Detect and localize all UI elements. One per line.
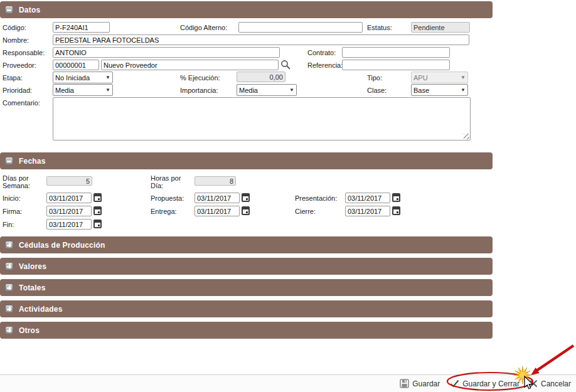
horas-dia-label: Horas por Día: — [151, 174, 188, 189]
firma-label: Firma: — [3, 208, 22, 215]
collapse-minus-icon[interactable] — [5, 157, 13, 165]
prioridad-label: Prioridad: — [3, 87, 32, 94]
expand-plus-icon[interactable] — [5, 262, 13, 270]
section-title-valores: Valores — [19, 262, 46, 271]
expand-plus-icon[interactable] — [5, 305, 13, 313]
codigo-label: Código: — [3, 24, 26, 31]
ejecucion-input — [237, 72, 285, 82]
entrega-date-input[interactable] — [195, 206, 240, 216]
etapa-label: Etapa: — [3, 74, 23, 82]
expand-plus-icon[interactable] — [5, 326, 13, 334]
referencia-label: Referencia: — [307, 61, 343, 69]
codigo-alterno-label: Código Alterno: — [180, 24, 227, 31]
clase-label: Clase: — [367, 87, 387, 94]
cierre-date-input[interactable] — [345, 206, 390, 216]
dias-semana-input — [46, 176, 92, 186]
fin-date-input[interactable] — [46, 219, 92, 230]
cierre-label: Cierre: — [295, 208, 316, 215]
comentario-textarea[interactable] — [53, 97, 471, 140]
calendar-icon[interactable] — [93, 206, 102, 215]
cancelar-button[interactable]: Cancelar — [530, 379, 571, 388]
importancia-select[interactable]: Media — [237, 84, 297, 96]
section-header-actividades[interactable]: Actividades — [0, 300, 493, 317]
dias-semana-label: Días por Semana: — [3, 174, 41, 189]
entrega-label: Entrega: — [151, 208, 177, 215]
comentario-label: Comentario: — [3, 99, 40, 107]
guardar-button[interactable]: Guardar — [400, 379, 440, 388]
guardar-y-cerrar-button[interactable]: Guardar y Cerrar — [450, 379, 520, 388]
referencia-input[interactable] — [342, 60, 450, 70]
section-header-otros[interactable]: Otros — [0, 322, 493, 339]
search-icon[interactable] — [280, 60, 291, 70]
proveedor-name-input[interactable] — [101, 60, 279, 70]
importancia-label: Importancia: — [180, 87, 218, 94]
nombre-input[interactable] — [53, 34, 469, 45]
annotation-arrow-shaft — [536, 346, 573, 371]
collapse-minus-icon[interactable] — [5, 6, 13, 14]
footer-toolbar: Guardar Guardar y Cerrar Cancelar — [0, 374, 576, 392]
section-title-cedulas: Cédulas de Producción — [19, 241, 105, 250]
responsable-input[interactable] — [53, 47, 280, 58]
calendar-icon[interactable] — [392, 193, 400, 202]
expand-plus-icon[interactable] — [5, 241, 13, 249]
calendar-icon[interactable] — [93, 220, 102, 228]
section-title-otros: Otros — [19, 326, 40, 335]
calendar-icon[interactable] — [93, 193, 102, 202]
contrato-input[interactable] — [342, 47, 450, 58]
calendar-icon[interactable] — [242, 206, 250, 215]
inicio-label: Inicio: — [3, 194, 21, 202]
codigo-input[interactable] — [53, 22, 110, 33]
section-title-fechas: Fechas — [19, 157, 46, 166]
propuesta-label: Propuesta: — [151, 194, 184, 202]
check-icon — [450, 379, 459, 388]
nombre-label: Nombre: — [3, 36, 29, 44]
cancel-x-icon — [530, 379, 538, 388]
inicio-date-input[interactable] — [46, 193, 92, 203]
section-header-datos[interactable]: Datos — [0, 1, 493, 18]
propuesta-date-input[interactable] — [195, 193, 240, 203]
form-page: Datos Código: Código Alterno: Estatus: N… — [0, 0, 576, 392]
tipo-label: Tipo: — [367, 74, 382, 82]
textarea-resize-handle[interactable] — [464, 134, 469, 139]
section-header-cedulas[interactable]: Cédulas de Producción — [0, 236, 493, 253]
presentacion-date-input[interactable] — [345, 193, 390, 203]
clase-select[interactable]: Base — [411, 84, 468, 96]
proveedor-label: Proveedor: — [3, 61, 36, 69]
responsable-label: Responsable: — [3, 49, 45, 56]
etapa-select[interactable]: No Iniciada — [53, 72, 113, 83]
presentacion-label: Presentación: — [295, 194, 337, 202]
estatus-label: Estatus: — [367, 24, 392, 31]
section-header-totales[interactable]: Totales — [0, 279, 493, 296]
section-title-actividades: Actividades — [19, 305, 63, 314]
section-header-fechas[interactable]: Fechas — [0, 152, 493, 169]
section-title-totales: Totales — [19, 283, 46, 292]
firma-date-input[interactable] — [46, 206, 92, 216]
fin-label: Fin: — [3, 221, 14, 228]
calendar-icon[interactable] — [392, 206, 400, 215]
estatus-input — [411, 22, 470, 33]
ejecucion-label: % Ejecución: — [180, 74, 220, 82]
horas-dia-input — [195, 176, 236, 186]
expand-plus-icon[interactable] — [5, 283, 13, 292]
section-title-datos: Datos — [19, 6, 40, 14]
codigo-alterno-input[interactable] — [238, 22, 363, 33]
section-header-valores[interactable]: Valores — [0, 258, 493, 275]
calendar-icon[interactable] — [242, 193, 250, 202]
proveedor-code-input[interactable] — [53, 60, 99, 70]
save-icon — [400, 379, 409, 388]
contrato-label: Contrato: — [307, 49, 336, 56]
tipo-select: APU — [411, 72, 468, 83]
prioridad-select[interactable]: Media — [53, 84, 113, 96]
